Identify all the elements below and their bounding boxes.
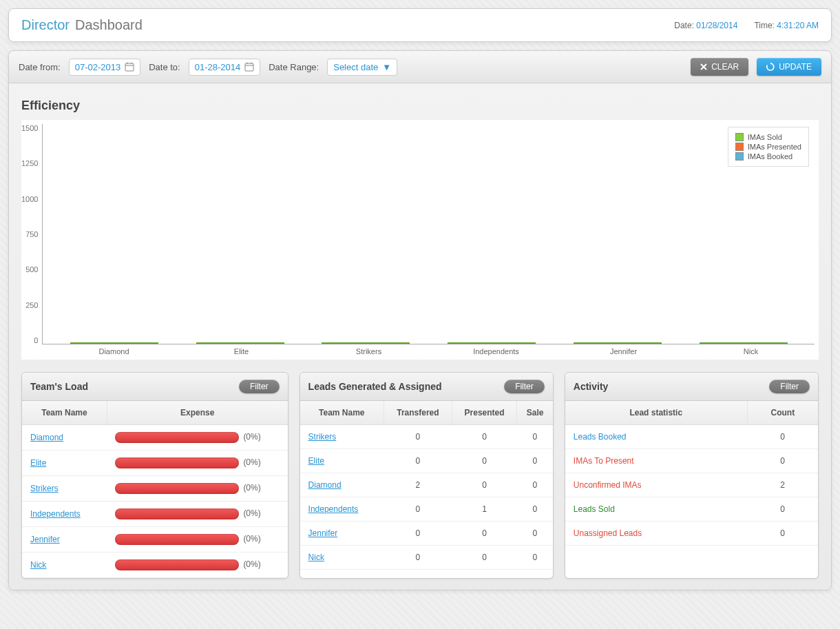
team-link[interactable]: Jennifer <box>308 528 338 538</box>
cell-presented: 1 <box>452 497 517 522</box>
cell-transfered: 0 <box>384 449 452 473</box>
table-row: Leads Booked0 <box>565 425 818 449</box>
chart-x-label: Strikers <box>305 344 432 355</box>
team-link[interactable]: Independents <box>308 504 359 514</box>
col-lead-statistic: Lead statistic <box>565 401 747 425</box>
date-to-input[interactable]: 01-28-2014 <box>189 59 261 76</box>
table-row: Independents010 <box>300 497 553 522</box>
activity-title: Activity <box>574 381 609 392</box>
table-row: Unassigned Leads0 <box>565 522 818 546</box>
leads-title: Leads Generated & Assigned <box>308 381 442 392</box>
cell-transfered: 0 <box>384 546 452 570</box>
cell-sale: 0 <box>517 546 553 570</box>
legend-label-booked: IMAs Booked <box>748 152 792 161</box>
leads-filter-button[interactable]: Filter <box>504 380 545 393</box>
page-title: Director Dashboard <box>21 17 143 33</box>
table-row: Independents(0%) <box>22 502 288 527</box>
activity-table: Lead statistic Count Leads Booked0IMAs T… <box>565 401 818 546</box>
cell-transfered: 0 <box>384 497 452 522</box>
team-link[interactable]: Nick <box>308 553 324 562</box>
clear-button[interactable]: CLEAR <box>691 58 748 76</box>
expense-pct: (0%) <box>243 432 260 442</box>
cell-presented: 0 <box>452 473 517 497</box>
legend-label-presented: IMAs Presented <box>748 143 801 151</box>
table-row: Nick000 <box>300 546 553 570</box>
activity-stat-label: Leads Sold <box>565 497 747 522</box>
chevron-down-icon: ▼ <box>382 62 391 72</box>
team-load-title: Team's Load <box>30 381 88 392</box>
date-from-label: Date from: <box>19 62 61 72</box>
team-load-card: Team's Load Filter Team Name Expense Dia… <box>21 372 288 579</box>
team-link[interactable]: Nick <box>30 560 46 570</box>
cell-sale: 0 <box>517 449 553 473</box>
expense-pct: (0%) <box>243 534 260 544</box>
activity-stat-count: 0 <box>747 449 818 473</box>
table-row: Strikers000 <box>300 425 553 449</box>
refresh-icon <box>766 63 775 71</box>
activity-filter-button[interactable]: Filter <box>769 380 810 393</box>
chart-y-axis: 1500125010007505002500 <box>21 124 42 344</box>
cell-transfered: 0 <box>384 425 452 449</box>
chart-x-label: Elite <box>178 344 305 355</box>
expense-bar <box>115 508 239 519</box>
cell-transfered: 0 <box>384 522 452 546</box>
date-to-value: 01-28-2014 <box>195 62 241 72</box>
date-from-value: 07-02-2013 <box>75 62 121 72</box>
cell-sale: 0 <box>517 425 553 449</box>
leads-table: Team Name Transfered Presented Sale Stri… <box>300 401 553 570</box>
leads-card: Leads Generated & Assigned Filter Team N… <box>300 372 554 579</box>
table-row: Elite000 <box>300 449 553 473</box>
cell-presented: 0 <box>452 546 517 570</box>
team-link[interactable]: Elite <box>308 456 324 466</box>
date-from-input[interactable]: 07-02-2013 <box>69 59 141 76</box>
date-range-select[interactable]: Select date ▼ <box>327 59 397 76</box>
team-link[interactable]: Diamond <box>308 480 342 490</box>
activity-stat-count: 0 <box>747 425 818 449</box>
activity-stat-count: 0 <box>747 497 818 522</box>
main-panel: Date from: 07-02-2013 Date to: 01-28-201… <box>8 50 832 590</box>
chart-x-label: Independents <box>432 344 560 355</box>
activity-stat-count: 0 <box>747 522 818 546</box>
cell-transfered: 2 <box>384 473 452 497</box>
chart-bar-segment <box>700 342 788 344</box>
col-transfered: Transfered <box>384 401 452 425</box>
activity-card: Activity Filter Lead statistic Count Lea… <box>565 372 819 579</box>
chart-x-axis: DiamondEliteStrikersIndependentsJennifer… <box>21 344 815 355</box>
team-load-filter-button[interactable]: Filter <box>239 380 280 393</box>
col-team-name: Team Name <box>300 401 384 425</box>
expense-bar <box>115 559 239 570</box>
team-link[interactable]: Strikers <box>308 432 337 442</box>
date-label: Date: <box>674 21 694 30</box>
svg-rect-0 <box>125 63 134 71</box>
cell-sale: 0 <box>517 497 553 522</box>
date-value: 01/28/2014 <box>696 21 737 30</box>
col-expense: Expense <box>107 401 287 425</box>
chart-bar-segment <box>322 342 410 344</box>
team-load-table: Team Name Expense Diamond(0%)Elite(0%)St… <box>22 401 288 578</box>
chart-bar-segment <box>196 342 284 344</box>
chart-legend: IMAs Sold IMAs Presented IMAs Booked <box>728 127 809 167</box>
table-row: Elite(0%) <box>22 451 288 476</box>
team-link[interactable]: Elite <box>30 458 46 468</box>
clear-label: CLEAR <box>711 62 739 72</box>
cell-sale: 0 <box>517 473 553 497</box>
team-link[interactable]: Diamond <box>30 433 63 442</box>
expense-pct: (0%) <box>243 457 260 467</box>
cell-sale: 0 <box>517 522 553 546</box>
chart-bar-segment <box>70 342 158 344</box>
calendar-icon <box>244 62 254 72</box>
legend-swatch-sold <box>735 133 744 141</box>
table-row: Jennifer000 <box>300 522 553 546</box>
date-to-label: Date to: <box>149 62 180 72</box>
table-row: Unconfirmed IMAs2 <box>565 473 818 497</box>
update-button[interactable]: UPDATE <box>757 58 821 76</box>
chart-plot-area: IMAs Sold IMAs Presented IMAs Booked <box>42 124 815 344</box>
team-link[interactable]: Strikers <box>30 484 59 493</box>
chart-x-label: Diamond <box>50 344 178 355</box>
legend-label-sold: IMAs Sold <box>748 133 782 141</box>
col-presented: Presented <box>452 401 517 425</box>
team-link[interactable]: Jennifer <box>30 535 60 544</box>
expense-pct: (0%) <box>243 508 260 518</box>
team-link[interactable]: Independents <box>30 509 81 519</box>
svg-rect-4 <box>245 63 253 71</box>
